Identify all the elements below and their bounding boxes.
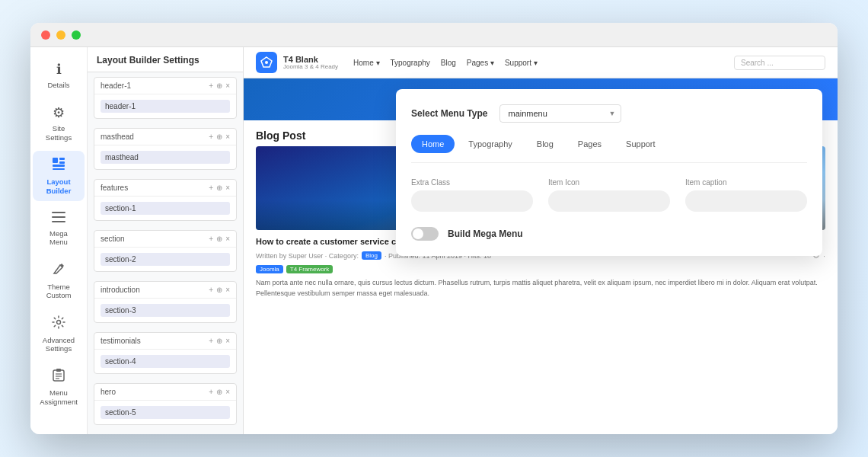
sidebar-item-label: AdvancedSettings [43, 336, 75, 353]
title-bar [30, 23, 838, 47]
search-box[interactable]: Search ... [734, 56, 825, 70]
move-icon[interactable]: ⊕ [216, 286, 222, 294]
mac-window: ℹ Details ⚙ SiteSettings LayoutBu [30, 23, 838, 434]
site-logo: T4 Blank Joomla 3 & 4 Ready [256, 52, 338, 73]
search-placeholder: Search ... [741, 59, 774, 67]
layout-panel: Layout Builder Settings header-1 + ⊕ × h… [88, 47, 244, 434]
sidebar-item-details[interactable]: ℹ Details [33, 55, 85, 95]
move-icon[interactable]: ⊕ [216, 133, 222, 141]
layout-icon [52, 157, 65, 174]
delete-icon[interactable]: × [225, 184, 230, 192]
layout-block: header-1 [101, 100, 230, 113]
sidebar-item-advanced-settings[interactable]: AdvancedSettings [33, 309, 85, 360]
nav-pill-typography[interactable]: Typography [458, 135, 522, 153]
blog-excerpt: Nam porta ante nec nulla ornare, quis cu… [256, 278, 825, 299]
nav-home[interactable]: Home ▾ [353, 59, 379, 67]
layout-block: section-4 [101, 355, 230, 368]
assignment-icon [53, 368, 65, 385]
nav-support[interactable]: Support ▾ [505, 59, 538, 67]
layout-block: section-1 [101, 202, 230, 215]
nav-typography[interactable]: Typography [391, 59, 430, 67]
move-icon[interactable]: ⊕ [216, 184, 222, 192]
layout-section-section: section + ⊕ × section-2 [94, 230, 237, 272]
add-icon[interactable]: + [209, 337, 213, 345]
sidebar-item-site-settings[interactable]: ⚙ SiteSettings [33, 98, 85, 148]
sidebar-item-theme-custom[interactable]: ThemeCustom [33, 256, 85, 306]
field-label: Item Icon [548, 178, 670, 187]
layout-block: section-2 [101, 253, 230, 266]
move-icon[interactable]: ⊕ [216, 388, 222, 396]
add-icon[interactable]: + [209, 81, 213, 90]
nav-pill-blog[interactable]: Blog [526, 135, 564, 153]
menu-type-row: Select Menu Type mainmenu [411, 104, 807, 123]
nav-pill-pages[interactable]: Pages [567, 135, 612, 153]
svg-rect-3 [53, 165, 65, 167]
item-icon-input[interactable] [548, 190, 670, 212]
blog-tag: Blog [362, 251, 381, 260]
menu-icon [52, 210, 65, 226]
menu-type-select[interactable]: mainmenu [499, 104, 621, 123]
nav-pill-support[interactable]: Support [615, 135, 666, 153]
svg-rect-0 [53, 158, 58, 163]
logo-name: T4 Blank [283, 55, 338, 64]
nav-pages[interactable]: Pages ▾ [467, 59, 494, 67]
svg-rect-5 [52, 212, 65, 213]
nav-pill-home[interactable]: Home [411, 135, 455, 153]
svg-point-8 [57, 320, 61, 324]
close-button[interactable] [41, 30, 50, 40]
field-label: Extra Class [411, 178, 533, 187]
add-icon[interactable]: + [209, 388, 213, 396]
svg-rect-9 [53, 370, 64, 381]
field-item-caption: Item caption [685, 178, 807, 212]
delete-icon[interactable]: × [225, 235, 230, 243]
mega-menu-toggle-row: Build Mega Menu [411, 227, 807, 241]
sidebar-item-label: SiteSettings [46, 124, 72, 142]
layout-block: section-5 [101, 406, 230, 419]
extra-class-input[interactable] [411, 190, 533, 212]
info-icon: ℹ [56, 61, 62, 78]
layout-block: section-3 [101, 304, 230, 317]
svg-rect-6 [52, 216, 65, 218]
delete-icon[interactable]: × [225, 388, 230, 396]
field-extra-class: Extra Class [411, 178, 533, 212]
traffic-lights [41, 30, 81, 40]
sidebar-item-label: MegaMenu [49, 229, 68, 247]
delete-icon[interactable]: × [225, 81, 230, 90]
move-icon[interactable]: ⊕ [216, 337, 222, 345]
nav-blog[interactable]: Blog [441, 59, 456, 67]
sidebar-item-label: Details [47, 81, 69, 89]
svg-point-15 [265, 61, 268, 64]
svg-rect-7 [52, 221, 65, 222]
layout-section-features: features + ⊕ × section-1 [94, 179, 237, 221]
add-icon[interactable]: + [209, 133, 213, 141]
delete-icon[interactable]: × [225, 286, 230, 294]
mega-menu-toggle[interactable] [411, 227, 439, 241]
layout-section-testimonials: testimonials + ⊕ × section-4 [94, 332, 237, 374]
settings-icon [52, 315, 65, 333]
delete-icon[interactable]: × [225, 133, 230, 141]
add-icon[interactable]: + [209, 184, 213, 192]
move-icon[interactable]: ⊕ [216, 81, 222, 90]
website-nav: T4 Blank Joomla 3 & 4 Ready Home ▾ Typog… [244, 47, 838, 78]
panel-title: Layout Builder Settings [88, 47, 243, 72]
left-sidebar: ℹ Details ⚙ SiteSettings LayoutBu [30, 47, 88, 434]
layout-section-header: header-1 + ⊕ × header-1 [94, 77, 237, 119]
add-icon[interactable]: + [209, 286, 213, 294]
sidebar-item-layout-builder[interactable]: LayoutBuilder [33, 151, 85, 201]
item-caption-input[interactable] [685, 190, 807, 212]
sidebar-item-mega-menu[interactable]: MegaMenu [33, 204, 85, 253]
brush-icon [52, 262, 65, 280]
mega-menu-label: Build Mega Menu [448, 228, 523, 239]
add-icon[interactable]: + [209, 235, 213, 243]
field-item-icon: Item Icon [548, 178, 670, 212]
website-nav-menu: Home ▾ Typography Blog Pages ▾ Support ▾ [353, 59, 538, 67]
maximize-button[interactable] [72, 30, 81, 40]
layout-block: masthead [101, 151, 230, 164]
fields-row: Extra Class Item Icon Item caption [411, 178, 807, 212]
more-icon[interactable]: · [823, 251, 825, 260]
sidebar-item-menu-assignment[interactable]: MenuAssignment [33, 362, 85, 412]
minimize-button[interactable] [56, 30, 65, 40]
main-content: ℹ Details ⚙ SiteSettings LayoutBu [30, 47, 838, 434]
delete-icon[interactable]: × [225, 337, 230, 345]
move-icon[interactable]: ⊕ [216, 235, 222, 243]
